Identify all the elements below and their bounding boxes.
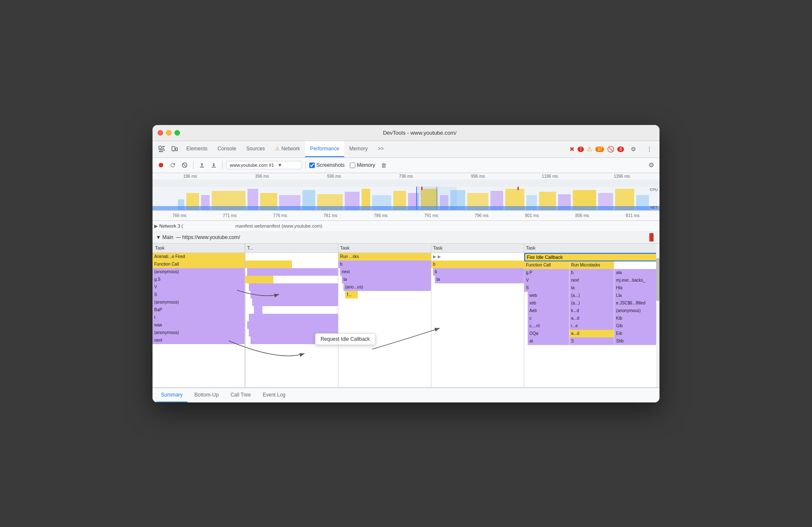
fc1-r3[interactable]	[247, 268, 338, 276]
fc1-r6[interactable]	[251, 291, 338, 299]
fc2-b[interactable]: b	[338, 261, 431, 268]
fc4-s2-kd[interactable]: k...d	[569, 307, 614, 315]
fc4-s3-anon[interactable]: (anonymous)	[614, 307, 659, 315]
fc3-ta[interactable]: ta	[435, 276, 524, 283]
fc4-s2-run[interactable]: Run Microtasks	[569, 261, 614, 269]
fc1-r12[interactable]	[251, 337, 338, 344]
fc2-f[interactable]: f...	[345, 291, 358, 299]
fc1-r5[interactable]	[249, 283, 338, 291]
fc4-s2-ad2[interactable]: a...d	[569, 330, 614, 337]
fc1-r1[interactable]	[245, 253, 338, 261]
fc1-r11[interactable]	[249, 329, 338, 337]
fc4-fire-idle[interactable]: Fire Idle Callback	[524, 253, 659, 261]
fc4-s1-function[interactable]: Function Call	[524, 261, 569, 269]
fc2-ta[interactable]: ta	[342, 276, 431, 283]
tab-call-tree[interactable]: Call Tree	[226, 388, 256, 402]
left-row-waa[interactable]: waa	[153, 321, 245, 329]
left-row-s[interactable]: S	[153, 291, 245, 299]
flame-right-panel[interactable]: T...	[245, 244, 659, 387]
fc2-run[interactable]: Run ...sks	[338, 253, 431, 261]
tab-summary[interactable]: Summary	[156, 388, 188, 402]
left-row-anonymous2[interactable]: (anonymous)	[153, 299, 245, 306]
maximize-button[interactable]	[174, 130, 180, 136]
left-row-bap[interactable]: BaP	[153, 306, 245, 314]
fc4-s3-lla[interactable]: Lla	[614, 292, 659, 299]
fc1-r9[interactable]	[249, 314, 338, 321]
fc1-r10[interactable]	[247, 321, 338, 329]
timeline-overview[interactable]: 196 ms 396 ms 596 ms 796 ms 996 ms 1196 …	[153, 173, 659, 211]
left-row-v[interactable]: V	[153, 283, 245, 291]
memory-checkbox-label[interactable]: Memory	[350, 162, 375, 168]
network-row[interactable]: ▶ Network 3 ( manifest.webmanifest (www.…	[153, 221, 659, 232]
fc4-s3-gib[interactable]: Gib	[614, 322, 659, 330]
device-icon[interactable]	[169, 143, 180, 155]
fc4-s3-kib[interactable]: Kib	[614, 315, 659, 322]
download-button[interactable]	[209, 160, 219, 170]
fc4-s3-hla[interactable]: Hla	[614, 284, 659, 292]
memory-checkbox[interactable]	[350, 163, 355, 168]
fc1-r4[interactable]	[245, 276, 273, 283]
fc4-s2-ta[interactable]: ta	[569, 284, 614, 292]
fc4-s3-ala[interactable]: ala	[614, 269, 659, 277]
more-icon[interactable]: ⋮	[643, 143, 655, 155]
screenshots-checkbox[interactable]	[309, 163, 315, 168]
fc4-s1-xeb[interactable]: xeb	[528, 299, 569, 307]
fc4-s2-ie[interactable]: i...e	[569, 322, 614, 330]
left-row-animationfired[interactable]: Animati...e Fired	[153, 253, 245, 261]
fc1-r13[interactable]	[245, 344, 338, 352]
fc4-s1-cnt[interactable]: c....nt	[528, 322, 569, 330]
tab-memory[interactable]: Memory	[344, 141, 373, 157]
network-expand-icon[interactable]: ▶	[154, 223, 158, 229]
tab-sources[interactable]: Sources	[241, 141, 270, 157]
fc4-s2-a1[interactable]: (a...)	[569, 292, 614, 299]
toolbar-settings-icon[interactable]: ⚙	[646, 160, 656, 170]
tab-network[interactable]: ⚠ Network	[270, 141, 305, 157]
left-row-gs[interactable]: g.S	[153, 276, 245, 283]
fc1-r8[interactable]	[254, 306, 262, 314]
clean-button[interactable]: 🗑	[379, 160, 389, 170]
tab-performance[interactable]: Performance	[305, 141, 344, 157]
fc4-s3-eib[interactable]: Eib	[614, 330, 659, 337]
tab-event-log[interactable]: Event Log	[258, 388, 291, 402]
tab-elements[interactable]: Elements	[181, 141, 213, 157]
fc3-b[interactable]: b	[431, 261, 524, 268]
left-row-anonymous1[interactable]: (anonymous)	[153, 268, 245, 276]
record-button[interactable]: ⏺	[156, 160, 166, 170]
left-row-next[interactable]: next	[153, 337, 245, 344]
fc4-s1-web[interactable]: web	[528, 292, 569, 299]
fc4-s3-mj[interactable]: mj.exe...backs_	[614, 277, 659, 284]
main-thread-header[interactable]: ▼ Main — https://www.youtube.com/	[153, 232, 659, 244]
fc2-anous[interactable]: (ano...us)	[343, 283, 431, 291]
fc4-s1-oqa[interactable]: OQa	[528, 330, 569, 337]
fc4-s2-b[interactable]: b	[569, 269, 614, 277]
settings-icon[interactable]: ⚙	[627, 143, 639, 155]
fc4-s3-shb[interactable]: Shb	[614, 337, 659, 345]
fc2-next[interactable]: next	[340, 268, 431, 276]
scrollbar-track[interactable]	[656, 244, 659, 387]
fc4-s3-ejsc[interactable]: e.JSC$6...lfilled	[614, 299, 659, 307]
left-row-functioncall[interactable]: Function Call	[153, 261, 245, 268]
minimize-button[interactable]	[166, 130, 172, 136]
fc1-r2[interactable]	[245, 261, 292, 268]
url-select-container[interactable]: www.youtube.com #1 ▼	[226, 161, 302, 169]
fc4-s1-v[interactable]: V	[524, 277, 569, 284]
close-button[interactable]	[158, 130, 163, 136]
fc4-s2-ad[interactable]: a...d	[569, 315, 614, 322]
fc4-s1-aeb[interactable]: Aeb	[528, 307, 569, 315]
upload-button[interactable]	[197, 160, 207, 170]
reload-button[interactable]	[168, 160, 178, 170]
fc4-s2-a2[interactable]: (a...)	[569, 299, 614, 307]
left-row-anonymous3[interactable]: (anonymous)	[153, 329, 245, 337]
fc4-s1-s[interactable]: S	[524, 284, 569, 292]
fc4-s2-s[interactable]: S	[569, 337, 614, 345]
clear-button[interactable]	[180, 160, 190, 170]
left-row-t[interactable]: t	[153, 314, 245, 321]
tab-console[interactable]: Console	[213, 141, 241, 157]
tab-bottom-up[interactable]: Bottom-Up	[189, 388, 223, 402]
scrollbar-thumb[interactable]	[656, 258, 659, 301]
tab-more[interactable]: >>	[373, 141, 389, 157]
fc1-r7[interactable]	[252, 299, 338, 306]
fc4-s1-at[interactable]: at	[528, 337, 569, 345]
fc3-b2[interactable]: b	[433, 268, 524, 276]
screenshots-checkbox-label[interactable]: Screenshots	[309, 162, 345, 168]
